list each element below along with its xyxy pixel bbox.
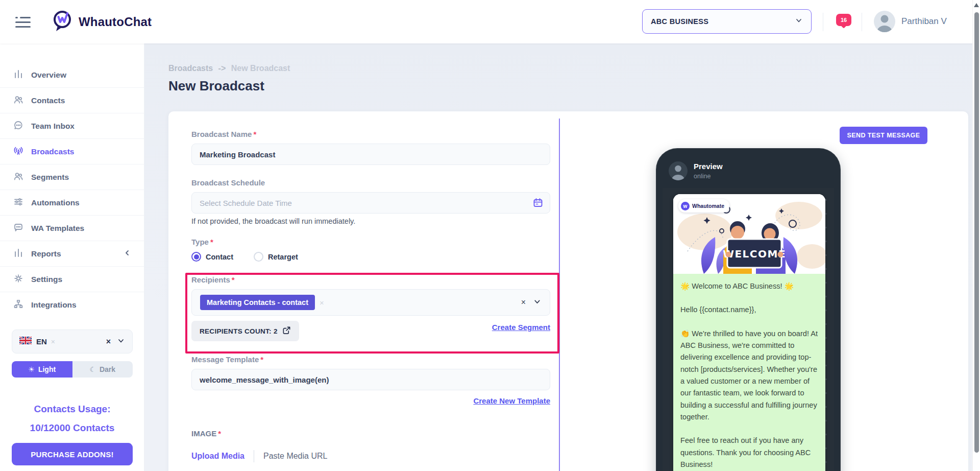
broadcast-schedule-label: Broadcast Schedule — [191, 178, 550, 187]
schedule-helper-text: If not provided, the broadcast will run … — [191, 217, 550, 225]
user-name[interactable]: Parthiban V — [901, 16, 947, 27]
broadcast-name-label: Broadcast Name* — [191, 130, 550, 138]
people-icon — [13, 95, 23, 107]
whautomate-logo-icon: w — [681, 202, 690, 210]
broadcast-icon — [13, 146, 23, 158]
message-paragraph: Feel free to reach out if you have any q… — [680, 435, 818, 470]
chevron-down-icon[interactable] — [117, 337, 125, 347]
message-bubble: w Whautomate — [673, 194, 825, 471]
uk-flag-icon — [19, 337, 32, 346]
top-header: WhautoChat ABC BUSINESS 16 Parthiban V — [0, 0, 980, 43]
broadcast-form-card: Broadcast Name* Broadcast Schedule If no… — [168, 111, 968, 471]
message-paragraph: Hello {{contact.name}}, — [680, 304, 818, 316]
scroll-up-arrow[interactable] — [974, 3, 979, 7]
sun-icon: ☀ — [28, 365, 35, 373]
calendar-icon[interactable] — [532, 197, 544, 210]
moon-icon: ☾ — [89, 365, 96, 373]
chevron-left-icon[interactable] — [124, 249, 131, 258]
brand-logo: WhautoChat — [51, 9, 152, 35]
sidebar-item-broadcasts[interactable]: Broadcasts — [0, 139, 144, 164]
sliders-icon — [13, 197, 23, 209]
sidebar-item-reports[interactable]: Reports — [0, 241, 144, 267]
chevron-down-icon — [795, 16, 803, 27]
phone-preview: Preview online w Whautomate — [656, 148, 841, 471]
chat-avatar — [669, 161, 688, 180]
clear-icon[interactable]: × — [521, 298, 526, 307]
send-test-message-button[interactable]: SEND TEST MESSAGE — [840, 127, 927, 144]
chevron-down-icon[interactable] — [533, 297, 542, 308]
sidebar-item-overview[interactable]: Overview — [0, 62, 144, 88]
breadcrumb-current: New Broadcast — [231, 64, 290, 73]
message-paragraph: 👏 We're thrilled to have you on board! A… — [680, 328, 818, 423]
hamburger-menu-icon[interactable] — [15, 16, 31, 28]
scrollbar-thumb[interactable] — [974, 12, 979, 453]
chip-remove-icon[interactable]: × — [320, 298, 324, 307]
breadcrumb: Broadcasts -> New Broadcast — [168, 64, 290, 73]
message-template-input[interactable] — [191, 369, 550, 390]
template-bubble-icon — [13, 222, 23, 234]
message-template-label: Message Template* — [191, 355, 550, 364]
chat-screen: w Whautomate — [663, 188, 834, 471]
type-radio-contact[interactable]: Contact — [191, 252, 233, 262]
page-scrollbar — [972, 0, 980, 471]
user-avatar[interactable] — [874, 11, 895, 32]
gear-icon — [13, 273, 23, 286]
chat-title: Preview — [694, 162, 723, 171]
header-divider — [862, 13, 862, 31]
schedule-datetime-input[interactable] — [191, 192, 550, 214]
welcome-illustration: w Whautomate — [673, 194, 825, 274]
people-icon — [13, 171, 23, 183]
tag-remove-icon[interactable]: × — [51, 338, 55, 346]
bar-chart-icon — [13, 248, 23, 260]
recipients-label: Recipients* — [191, 275, 550, 284]
type-label: Type* — [191, 238, 550, 246]
brand-name: WhautoChat — [79, 15, 152, 29]
contacts-usage: Contacts Usage: 10/12000 Contacts — [0, 404, 144, 434]
chat-bubble-icon — [13, 120, 23, 132]
breadcrumb-parent[interactable]: Broadcasts — [168, 64, 213, 73]
sidebar-item-settings[interactable]: Settings — [0, 267, 144, 292]
page-title: New Broadcast — [168, 78, 264, 94]
message-paragraph: 🌟 Welcome to ABC Business! 🌟 — [680, 280, 818, 292]
tab-divider — [254, 450, 254, 462]
section-divider — [559, 119, 560, 471]
tab-paste-media-url[interactable]: Paste Media URL — [263, 452, 327, 461]
sidebar-item-segments[interactable]: Segments — [0, 164, 144, 190]
sidebar-item-wa-templates[interactable]: WA Templates — [0, 216, 144, 241]
main-content: Broadcasts -> New Broadcast New Broadcas… — [144, 43, 972, 471]
tab-upload-media[interactable]: Upload Media — [191, 452, 244, 461]
chat-status: online — [694, 173, 710, 180]
sidebar-item-integrations[interactable]: Integrations — [0, 292, 144, 318]
whautochat-logo-icon — [51, 9, 74, 35]
create-segment-link[interactable]: Create Segment — [492, 323, 550, 332]
message-text: 🌟 Welcome to ABC Business! 🌟 Hello {{con… — [673, 274, 825, 471]
sidebar: Overview Contacts Team Inbox Broadcasts … — [0, 43, 144, 471]
clear-icon[interactable]: × — [106, 337, 111, 346]
whautomate-brand-pill: w Whautomate — [678, 199, 729, 213]
sitemap-icon — [13, 299, 23, 311]
light-theme-button[interactable]: ☀ Light — [12, 361, 72, 378]
language-selector[interactable]: EN × × — [12, 329, 133, 354]
purchase-addons-button[interactable]: PURCHASE ADDONS! — [12, 443, 133, 465]
create-new-template-link[interactable]: Create New Template — [473, 396, 550, 405]
dark-theme-button[interactable]: ☾ Dark — [72, 361, 133, 378]
bar-chart-icon — [13, 69, 23, 81]
header-divider — [823, 13, 823, 31]
welcome-sign-text: WELCOME — [723, 248, 786, 260]
recipients-select[interactable]: Marketing Contacts - contact × × — [191, 289, 550, 316]
image-label: IMAGE* — [191, 429, 550, 438]
external-link-icon — [282, 326, 291, 336]
type-radio-retarget[interactable]: Retarget — [254, 252, 298, 262]
sidebar-item-team-inbox[interactable]: Team Inbox — [0, 113, 144, 139]
theme-toggle: ☀ Light ☾ Dark — [12, 361, 133, 378]
recipients-count-badge[interactable]: RECIPIENTS COUNT: 2 — [191, 321, 299, 341]
broadcast-name-input[interactable] — [191, 144, 550, 165]
sidebar-item-contacts[interactable]: Contacts — [0, 88, 144, 113]
sidebar-item-automations[interactable]: Automations — [0, 190, 144, 216]
recipient-chip[interactable]: Marketing Contacts - contact — [200, 295, 315, 310]
notification-badge[interactable]: 16 — [836, 14, 851, 26]
business-selector[interactable]: ABC BUSINESS — [642, 9, 812, 34]
